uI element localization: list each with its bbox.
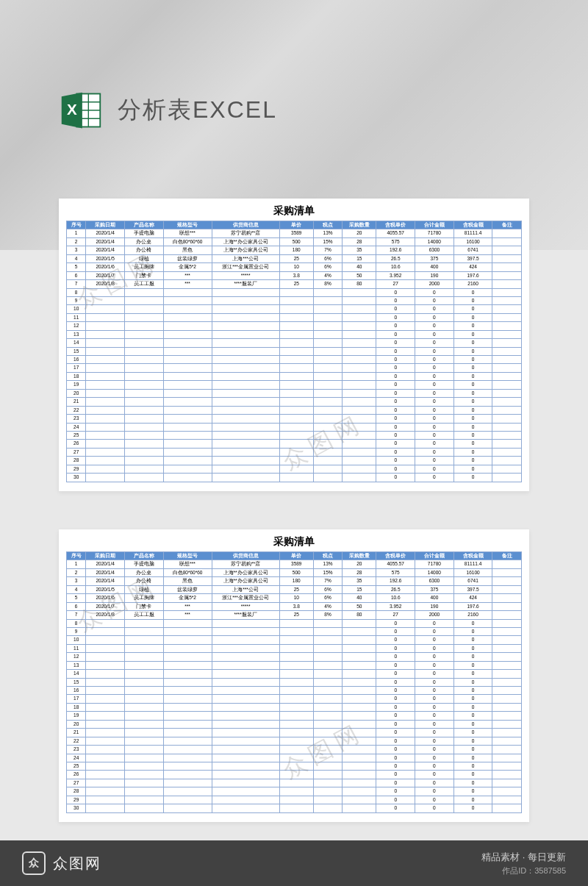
cell: 0 xyxy=(415,406,454,414)
cell xyxy=(313,474,343,482)
cell: 0 xyxy=(376,465,415,473)
col-header: 含税单价 xyxy=(376,221,415,229)
cell: 0 xyxy=(376,406,415,414)
cell: 0 xyxy=(415,322,454,330)
cell xyxy=(212,644,279,652)
cell xyxy=(279,771,313,779)
cell xyxy=(313,288,343,296)
cell: 办公椅 xyxy=(125,577,164,585)
cell: 26.5 xyxy=(376,585,415,593)
cell xyxy=(313,431,343,439)
cell xyxy=(279,729,313,737)
cell: 28 xyxy=(67,787,86,796)
cell: 白色80*60*60 xyxy=(163,237,212,246)
cell: 0 xyxy=(415,737,454,745)
cell: 0 xyxy=(376,347,415,355)
cell xyxy=(343,288,376,296)
table-row-empty: 14000 xyxy=(67,670,522,678)
col-header: 采购数量 xyxy=(343,552,376,560)
cell: 0 xyxy=(376,448,415,456)
cell: 17 xyxy=(67,364,86,372)
cell xyxy=(163,440,212,448)
cell xyxy=(212,771,279,779)
cell: 26 xyxy=(67,771,86,779)
cell xyxy=(163,619,212,627)
cell: 6 xyxy=(67,271,86,279)
cell: 0 xyxy=(453,288,492,296)
cell xyxy=(313,398,343,406)
cell: 绿植 xyxy=(125,254,164,262)
cell xyxy=(313,653,343,661)
cell: 6741 xyxy=(453,577,492,585)
sheet-title: 采购清单 xyxy=(66,535,522,549)
cell: 0 xyxy=(415,771,454,779)
cell: 0 xyxy=(415,431,454,439)
cell: 0 xyxy=(453,627,492,635)
cell: 27 xyxy=(67,448,86,456)
cell xyxy=(492,280,522,288)
cell: 10 xyxy=(279,594,313,602)
cell xyxy=(212,636,279,644)
cell xyxy=(212,787,279,796)
col-header: 含税金额 xyxy=(453,221,492,229)
cell xyxy=(343,364,376,372)
cell xyxy=(86,330,125,338)
cell: 0 xyxy=(453,720,492,728)
cell: 0 xyxy=(453,644,492,652)
cell xyxy=(279,644,313,652)
table-row-empty: 9000 xyxy=(67,296,522,304)
purchase-table-1: 序号采购日期产品名称规格型号供货商信息单价税点采购数量含税单价合计金额含税金额备… xyxy=(66,221,522,482)
cell xyxy=(313,695,343,703)
table-row-empty: 29000 xyxy=(67,796,522,804)
table-row-empty: 30000 xyxy=(67,804,522,812)
cell xyxy=(86,737,125,745)
cell xyxy=(125,381,164,389)
cell xyxy=(279,305,313,313)
cell xyxy=(86,687,125,695)
cell xyxy=(343,746,376,754)
cell xyxy=(313,754,343,762)
cell: 11 xyxy=(67,644,86,652)
cell xyxy=(212,465,279,473)
cell: 0 xyxy=(415,670,454,678)
cell xyxy=(212,389,279,397)
cell: 15 xyxy=(343,585,376,593)
cell xyxy=(279,423,313,431)
cell: 办公桌 xyxy=(125,568,164,576)
cell: 10 xyxy=(67,305,86,313)
cell: 21 xyxy=(67,398,86,406)
cell xyxy=(86,364,125,372)
cell: 0 xyxy=(453,347,492,355)
cell: 0 xyxy=(415,415,454,423)
cell xyxy=(86,678,125,686)
cell xyxy=(212,398,279,406)
cell: 2000 xyxy=(415,280,454,288)
cell xyxy=(343,423,376,431)
table-row-empty: 25000 xyxy=(67,762,522,770)
cell xyxy=(343,372,376,380)
cell: 0 xyxy=(415,356,454,364)
cell xyxy=(343,296,376,304)
col-header: 序号 xyxy=(67,552,86,560)
cell xyxy=(343,339,376,347)
table-row-empty: 15000 xyxy=(67,347,522,355)
cell: 50 xyxy=(343,602,376,610)
cell: 0 xyxy=(453,322,492,330)
cell xyxy=(125,796,164,804)
cell xyxy=(125,737,164,745)
cell xyxy=(86,746,125,754)
cell: 8% xyxy=(313,280,343,288)
col-header: 合计金额 xyxy=(415,221,454,229)
cell: 26.5 xyxy=(376,254,415,262)
cell xyxy=(125,771,164,779)
cell xyxy=(125,372,164,380)
cell xyxy=(279,762,313,770)
cell: 0 xyxy=(415,305,454,313)
cell: 40 xyxy=(343,263,376,271)
table-row: 22020/1/4办公桌白色80*60*60上海**办公家具公司50015%28… xyxy=(67,568,522,576)
cell xyxy=(163,729,212,737)
cell: 上海**办公家具公司 xyxy=(212,568,279,576)
cell: 上海***公司 xyxy=(212,254,279,262)
cell xyxy=(279,627,313,635)
cell: 0 xyxy=(453,737,492,745)
